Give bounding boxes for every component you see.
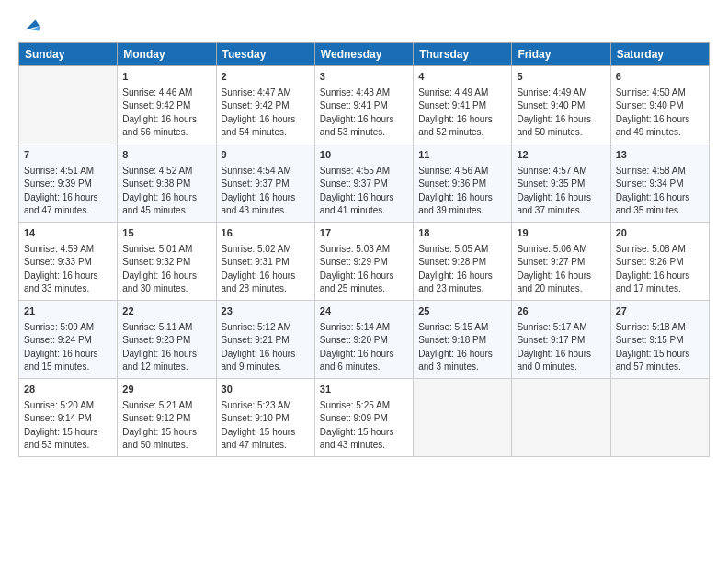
- day-info-line: Sunrise: 4:55 AM: [320, 165, 408, 178]
- day-info-line: and 53 minutes.: [24, 439, 112, 453]
- day-info-line: Sunrise: 5:21 AM: [122, 399, 210, 413]
- day-info-line: Sunrise: 4:47 AM: [222, 86, 310, 100]
- calendar-cell: 3Sunrise: 4:48 AMSunset: 9:41 PMDaylight…: [314, 66, 413, 144]
- day-info-line: Sunrise: 4:48 AM: [320, 86, 408, 100]
- day-header-friday: Friday: [512, 43, 610, 66]
- day-info-line: and 53 minutes.: [320, 126, 408, 140]
- calendar-table: SundayMondayTuesdayWednesdayThursdayFrid…: [18, 42, 710, 457]
- day-info-line: Sunrise: 5:01 AM: [122, 243, 210, 257]
- day-info-line: Sunrise: 5:17 AM: [517, 321, 605, 335]
- calendar-cell: 9Sunrise: 4:54 AMSunset: 9:37 PMDaylight…: [216, 144, 314, 222]
- day-info-line: Sunset: 9:42 PM: [122, 99, 210, 113]
- day-info-line: Sunset: 9:18 PM: [418, 334, 506, 348]
- day-info-line: Sunrise: 4:56 AM: [418, 165, 506, 178]
- day-number: 16: [222, 226, 310, 241]
- calendar-cell: 29Sunrise: 5:21 AMSunset: 9:12 PMDayligh…: [118, 378, 216, 456]
- week-row-5: 28Sunrise: 5:20 AMSunset: 9:14 PMDayligh…: [19, 378, 710, 456]
- day-info-line: Sunset: 9:39 PM: [24, 178, 112, 191]
- day-number: 6: [616, 70, 704, 85]
- day-info-line: and 30 minutes.: [122, 282, 210, 296]
- day-info-line: and 6 minutes.: [320, 361, 408, 374]
- day-info-line: Daylight: 16 hours: [24, 191, 112, 205]
- calendar-cell: 6Sunrise: 4:50 AMSunset: 9:40 PMDaylight…: [610, 66, 709, 144]
- day-info-line: Daylight: 16 hours: [122, 191, 210, 205]
- day-info-line: Daylight: 16 hours: [616, 270, 704, 283]
- calendar-cell: 13Sunrise: 4:58 AMSunset: 9:34 PMDayligh…: [610, 144, 709, 222]
- day-info-line: Sunrise: 5:20 AM: [24, 399, 112, 413]
- calendar-cell: 19Sunrise: 5:06 AMSunset: 9:27 PMDayligh…: [512, 222, 610, 300]
- day-info-line: Sunrise: 5:14 AM: [320, 321, 408, 335]
- week-row-2: 7Sunrise: 4:51 AMSunset: 9:39 PMDaylight…: [19, 144, 710, 222]
- day-header-tuesday: Tuesday: [216, 43, 314, 66]
- day-number: 18: [418, 226, 506, 241]
- day-header-sunday: Sunday: [19, 43, 118, 66]
- calendar-cell: 15Sunrise: 5:01 AMSunset: 9:32 PMDayligh…: [118, 222, 216, 300]
- day-number: 20: [616, 226, 704, 241]
- day-info-line: and 20 minutes.: [517, 282, 605, 296]
- day-info-line: Sunrise: 5:23 AM: [222, 399, 310, 413]
- day-info-line: Daylight: 16 hours: [222, 191, 310, 205]
- logo: [18, 15, 40, 35]
- calendar-cell: 1Sunrise: 4:46 AMSunset: 9:42 PMDaylight…: [118, 66, 216, 144]
- day-info-line: Sunrise: 4:59 AM: [24, 243, 112, 257]
- day-header-wednesday: Wednesday: [314, 43, 413, 66]
- day-info-line: and 15 minutes.: [24, 361, 112, 374]
- day-info-line: and 12 minutes.: [122, 361, 210, 374]
- day-number: 30: [222, 383, 310, 397]
- day-info-line: Sunrise: 5:18 AM: [616, 321, 704, 335]
- day-info-line: Sunset: 9:34 PM: [616, 178, 704, 191]
- calendar-cell: 12Sunrise: 4:57 AMSunset: 9:35 PMDayligh…: [512, 144, 610, 222]
- day-number: 23: [222, 304, 310, 319]
- day-info-line: Sunrise: 5:11 AM: [122, 321, 210, 335]
- day-info-line: and 39 minutes.: [418, 204, 506, 218]
- day-info-line: and 43 minutes.: [222, 204, 310, 218]
- calendar-cell: 7Sunrise: 4:51 AMSunset: 9:39 PMDaylight…: [19, 144, 118, 222]
- day-info-line: Sunset: 9:21 PM: [222, 334, 310, 348]
- day-number: 21: [24, 304, 112, 319]
- day-info-line: and 52 minutes.: [418, 126, 506, 140]
- day-info-line: Sunrise: 5:08 AM: [616, 243, 704, 257]
- day-info-line: Daylight: 16 hours: [616, 191, 704, 205]
- calendar-cell: 26Sunrise: 5:17 AMSunset: 9:17 PMDayligh…: [512, 300, 610, 378]
- day-info-line: Sunset: 9:24 PM: [24, 334, 112, 348]
- calendar-cell: 24Sunrise: 5:14 AMSunset: 9:20 PMDayligh…: [314, 300, 413, 378]
- day-info-line: Daylight: 16 hours: [320, 270, 408, 283]
- day-info-line: Sunset: 9:33 PM: [24, 256, 112, 270]
- day-number: 1: [122, 70, 210, 85]
- day-number: 4: [418, 70, 506, 85]
- calendar-cell: 11Sunrise: 4:56 AMSunset: 9:36 PMDayligh…: [414, 144, 512, 222]
- day-number: 13: [616, 148, 704, 163]
- day-info-line: and 25 minutes.: [320, 282, 408, 296]
- day-info-line: Daylight: 16 hours: [418, 270, 506, 283]
- day-info-line: and 35 minutes.: [616, 204, 704, 218]
- day-info-line: Daylight: 16 hours: [222, 113, 310, 127]
- page: SundayMondayTuesdayWednesdayThursdayFrid…: [0, 0, 728, 563]
- day-number: 14: [24, 226, 112, 241]
- day-info-line: Sunset: 9:41 PM: [418, 99, 506, 113]
- day-header-saturday: Saturday: [610, 43, 709, 66]
- day-info-line: and 33 minutes.: [24, 282, 112, 296]
- day-info-line: Sunset: 9:40 PM: [616, 99, 704, 113]
- day-info-line: Daylight: 16 hours: [517, 270, 605, 283]
- day-info-line: and 56 minutes.: [122, 126, 210, 140]
- week-row-4: 21Sunrise: 5:09 AMSunset: 9:24 PMDayligh…: [19, 300, 710, 378]
- day-info-line: and 9 minutes.: [222, 361, 310, 374]
- day-info-line: and 0 minutes.: [517, 361, 605, 374]
- day-number: 25: [418, 304, 506, 319]
- calendar-cell: [19, 66, 118, 144]
- day-info-line: Sunset: 9:15 PM: [616, 334, 704, 348]
- day-info-line: Daylight: 15 hours: [616, 348, 704, 362]
- day-header-thursday: Thursday: [414, 43, 512, 66]
- calendar-cell: 25Sunrise: 5:15 AMSunset: 9:18 PMDayligh…: [414, 300, 512, 378]
- day-info-line: and 50 minutes.: [122, 439, 210, 453]
- day-number: 27: [616, 304, 704, 319]
- day-number: 2: [222, 70, 310, 85]
- day-info-line: and 47 minutes.: [222, 439, 310, 453]
- day-info-line: Sunset: 9:35 PM: [517, 178, 605, 191]
- calendar-cell: 5Sunrise: 4:49 AMSunset: 9:40 PMDaylight…: [512, 66, 610, 144]
- day-info-line: Sunset: 9:42 PM: [222, 99, 310, 113]
- day-info-line: Daylight: 16 hours: [222, 348, 310, 362]
- day-number: 22: [122, 304, 210, 319]
- day-number: 7: [24, 148, 112, 163]
- day-info-line: Sunset: 9:12 PM: [122, 412, 210, 426]
